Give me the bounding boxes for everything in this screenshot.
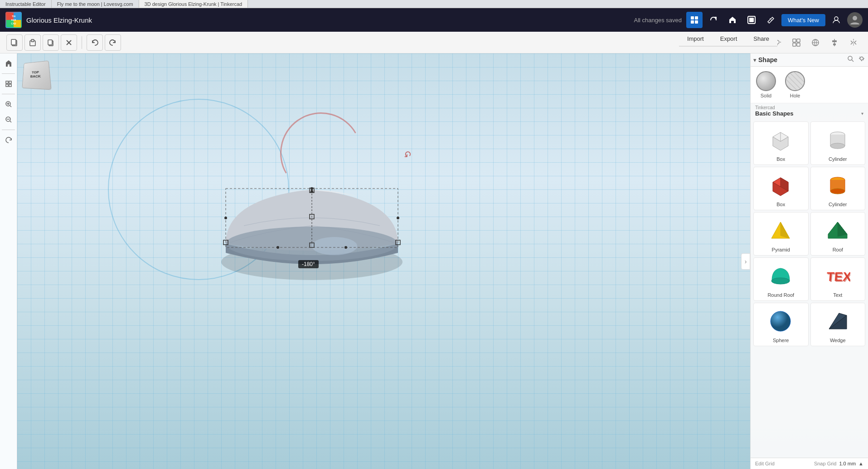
shapes-scrollable: Box Cylinder Box	[751, 119, 868, 458]
svg-rect-12	[749, 18, 754, 22]
user-avatar[interactable]	[847, 12, 863, 28]
zoom-in-button[interactable]	[2, 98, 15, 111]
import-button[interactable]: Import	[679, 32, 712, 46]
handle-dot-left-mid[interactable]	[224, 217, 227, 219]
svg-line-45	[10, 106, 11, 107]
snap-grid-expand[interactable]: ▲	[858, 461, 863, 466]
save-status: All changes saved	[634, 17, 682, 24]
svg-rect-10	[695, 20, 698, 24]
svg-text:TEXT: TEXT	[827, 271, 850, 285]
svg-rect-7	[691, 16, 694, 19]
sidebar-toggle[interactable]: ›	[741, 253, 750, 270]
shapes-grid: Box Cylinder Box	[753, 121, 865, 346]
shape-card-box-white[interactable]: Box	[753, 121, 809, 165]
mirror-button[interactable]	[845, 34, 862, 51]
user-settings-button[interactable]	[828, 12, 844, 28]
shape-card-cylinder-orange[interactable]: Cylinder	[810, 167, 866, 210]
shape-card-pyramid[interactable]: Pyramid	[753, 212, 809, 256]
toolbar-right-group	[769, 34, 862, 51]
shape-card-box-red[interactable]: Box	[753, 167, 809, 210]
header-icons: What's New	[686, 12, 863, 28]
svg-text:KER: KER	[11, 19, 16, 21]
svg-marker-74	[781, 222, 790, 238]
handle-dot-bottom-left[interactable]	[276, 246, 279, 249]
box-white-icon	[767, 126, 795, 154]
redo-button[interactable]	[105, 34, 121, 51]
share-button[interactable]: Share	[745, 32, 777, 46]
view-mode-button[interactable]	[807, 34, 824, 51]
round-roof-icon	[767, 262, 795, 290]
rotate-view-left-button[interactable]	[2, 134, 15, 146]
paste-button[interactable]	[24, 34, 41, 51]
nav-cube[interactable]: TOP BACK	[22, 61, 53, 92]
export-button[interactable]: Export	[712, 32, 746, 46]
handle-dot-top[interactable]	[310, 187, 313, 190]
hole-type-button[interactable]: Hole	[785, 71, 805, 98]
svg-text:TIN: TIN	[12, 15, 15, 18]
svg-rect-32	[797, 43, 800, 46]
rotation-handle-top[interactable]: ↺	[404, 149, 412, 160]
panel-search-icon[interactable]	[847, 55, 854, 64]
wedge-icon	[824, 308, 851, 335]
browser-tab-lovesvg[interactable]: Fly me to the moon | Lovesvg.com	[52, 0, 139, 8]
handle-dot-right-mid[interactable]	[397, 217, 399, 219]
svg-point-49	[848, 56, 852, 60]
shape-card-roof[interactable]: Roof	[810, 212, 866, 256]
zoom-out-button[interactable]	[2, 113, 15, 126]
shape-panel-dropdown-btn[interactable]: ▾ Shape	[751, 53, 868, 67]
cylinder-white-icon	[824, 126, 851, 154]
svg-point-81	[771, 311, 790, 331]
shape-inner-highlight	[312, 237, 357, 255]
shape-card-wedge[interactable]: Wedge	[810, 303, 866, 346]
action-button-group: Import Export Share	[679, 32, 777, 47]
snap-button[interactable]	[788, 34, 805, 51]
svg-rect-31	[793, 43, 796, 46]
3d-object-container[interactable]: -180° ↺	[199, 135, 425, 295]
svg-point-70	[830, 189, 845, 194]
svg-text:CAD: CAD	[11, 22, 16, 25]
svg-rect-30	[797, 39, 800, 42]
grid-overlay	[17, 53, 868, 469]
home-button[interactable]	[724, 12, 741, 28]
browser-tab-instructable[interactable]: Instructable Editor	[0, 0, 52, 8]
fit-view-button[interactable]	[2, 77, 15, 90]
panel-light-icon[interactable]	[858, 55, 865, 64]
3d-viewport[interactable]: TOP BACK	[17, 53, 868, 469]
angle-indicator: -180°	[298, 260, 319, 268]
text-icon: TEXT TEXT	[824, 262, 851, 290]
shape-card-sphere[interactable]: Sphere	[753, 303, 809, 346]
duplicate-button[interactable]	[43, 34, 59, 51]
whats-new-button[interactable]: What's New	[781, 14, 825, 26]
delete-button[interactable]	[61, 34, 77, 51]
shape-panel: ▾ Shape Solid	[750, 53, 868, 469]
roof-icon	[824, 217, 851, 244]
svg-rect-18	[11, 39, 16, 45]
shape-card-text[interactable]: TEXT TEXT Text	[810, 257, 866, 301]
rotate-view-button[interactable]	[705, 12, 722, 28]
svg-rect-9	[691, 20, 694, 24]
provider-dropdown-button[interactable]: ▾	[861, 111, 863, 116]
svg-rect-20	[31, 39, 34, 42]
solid-hole-row: Solid Hole	[751, 67, 868, 103]
ruler-button[interactable]	[762, 12, 779, 28]
svg-rect-8	[695, 16, 698, 19]
pyramid-icon	[767, 217, 795, 244]
solid-type-button[interactable]: Solid	[756, 71, 776, 98]
svg-rect-29	[793, 39, 796, 42]
app-logo[interactable]: TIN KER CAD	[5, 12, 22, 28]
shape-card-cylinder-white[interactable]: Cylinder	[810, 121, 866, 165]
svg-point-78	[771, 278, 790, 284]
align-button[interactable]	[826, 34, 843, 51]
grid-view-button[interactable]	[686, 12, 703, 28]
copy-button[interactable]	[6, 34, 23, 51]
svg-rect-35	[832, 40, 837, 42]
hole-circle	[785, 71, 805, 91]
shape-card-round-roof[interactable]: Round Roof	[753, 257, 809, 301]
undo-button[interactable]	[87, 34, 103, 51]
svg-marker-77	[838, 222, 847, 237]
shape-button[interactable]	[743, 12, 760, 28]
svg-point-16	[853, 16, 857, 20]
browser-tab-tinkercad[interactable]: 3D design Glorious Elzing-Krunk | Tinker…	[139, 0, 248, 8]
handle-dot-bottom-right[interactable]	[344, 246, 347, 249]
home-view-button[interactable]	[2, 57, 15, 70]
